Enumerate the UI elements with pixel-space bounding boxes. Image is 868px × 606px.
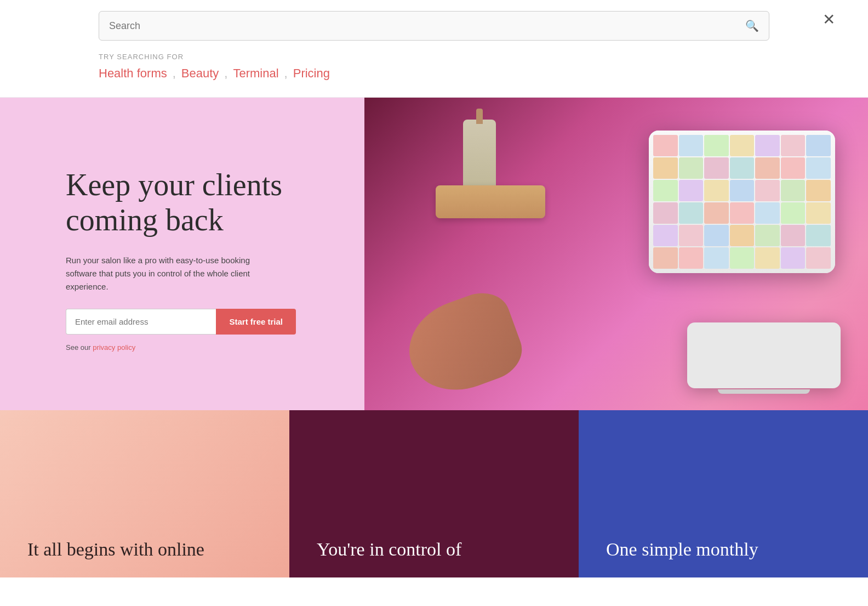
start-trial-button[interactable]: Start free trial bbox=[216, 309, 296, 335]
suggestions-section: TRY SEARCHING FOR Health forms , Beauty … bbox=[99, 53, 769, 81]
pos-terminal bbox=[687, 322, 841, 388]
cal-cell bbox=[730, 157, 755, 179]
privacy-policy-link[interactable]: privacy policy bbox=[93, 343, 135, 352]
dispenser-top bbox=[476, 109, 483, 124]
sep-3: , bbox=[284, 66, 288, 81]
cal-cell bbox=[730, 202, 755, 224]
cal-cell bbox=[653, 180, 678, 201]
cal-cell bbox=[781, 247, 806, 269]
cal-cell bbox=[755, 135, 780, 156]
cal-cell bbox=[781, 135, 806, 156]
cal-cell bbox=[806, 157, 831, 179]
cal-cell bbox=[679, 225, 704, 246]
cal-cell bbox=[730, 225, 755, 246]
cal-cell bbox=[806, 225, 831, 246]
cal-cell bbox=[679, 202, 704, 224]
cal-cell bbox=[806, 135, 831, 156]
bottom-section-control: You're in control of bbox=[289, 410, 579, 577]
suggestions-label: TRY SEARCHING FOR bbox=[99, 53, 769, 61]
bottom-section-online-booking: It all begins with online bbox=[0, 410, 289, 577]
cal-cell bbox=[679, 135, 704, 156]
cal-cell bbox=[781, 157, 806, 179]
cal-cell bbox=[704, 225, 729, 246]
suggestion-beauty[interactable]: Beauty bbox=[181, 66, 219, 81]
cal-cell bbox=[653, 202, 678, 224]
search-icon: 🔍 bbox=[745, 19, 759, 32]
hand-element bbox=[397, 285, 530, 405]
cal-cell bbox=[730, 135, 755, 156]
hero-image bbox=[364, 98, 868, 410]
cal-cell bbox=[781, 180, 806, 201]
cal-cell bbox=[704, 135, 729, 156]
cal-cell bbox=[730, 180, 755, 201]
cal-cell bbox=[679, 247, 704, 269]
hero-form: Start free trial bbox=[66, 309, 296, 335]
cal-cell bbox=[806, 180, 831, 201]
hero-title: Keep your clients coming back bbox=[66, 167, 332, 238]
search-bar: 🔍 bbox=[99, 11, 769, 41]
cal-cell bbox=[806, 247, 831, 269]
hero-section: Keep your clients coming back Run your s… bbox=[0, 98, 868, 410]
cal-cell bbox=[704, 180, 729, 201]
cal-cell bbox=[755, 202, 780, 224]
cal-cell bbox=[653, 225, 678, 246]
bottom-title-pricing: One simple monthly bbox=[606, 539, 758, 561]
hero-right bbox=[364, 98, 868, 410]
cal-cell bbox=[755, 180, 780, 201]
tablet-screen bbox=[649, 131, 835, 273]
suggestion-terminal[interactable]: Terminal bbox=[233, 66, 278, 81]
cal-cell bbox=[755, 225, 780, 246]
cal-cell bbox=[781, 202, 806, 224]
search-overlay: 🔍 ✕ TRY SEARCHING FOR Health forms , Bea… bbox=[0, 0, 868, 98]
sep-2: , bbox=[224, 66, 227, 81]
bottom-section-pricing: One simple monthly bbox=[579, 410, 868, 577]
cal-cell bbox=[679, 157, 704, 179]
cal-cell bbox=[755, 157, 780, 179]
dispenser bbox=[463, 120, 496, 191]
search-input[interactable] bbox=[109, 20, 745, 32]
suggestion-pricing[interactable]: Pricing bbox=[293, 66, 330, 81]
cal-cell bbox=[730, 247, 755, 269]
cal-cell bbox=[704, 157, 729, 179]
suggestion-health-forms[interactable]: Health forms bbox=[99, 66, 167, 81]
bottom-title-online: It all begins with online bbox=[27, 539, 204, 561]
email-input[interactable] bbox=[66, 309, 216, 335]
cal-cell bbox=[781, 225, 806, 246]
cal-cell bbox=[679, 180, 704, 201]
privacy-note: See our privacy policy bbox=[66, 343, 332, 352]
tablet-device bbox=[649, 131, 835, 273]
wood-tray bbox=[436, 185, 545, 218]
cal-cell bbox=[653, 135, 678, 156]
hero-subtitle: Run your salon like a pro with easy-to-u… bbox=[66, 254, 279, 293]
cal-cell bbox=[653, 247, 678, 269]
cal-cell bbox=[755, 247, 780, 269]
close-button[interactable]: ✕ bbox=[823, 12, 835, 27]
hero-left: Keep your clients coming back Run your s… bbox=[0, 98, 364, 410]
cal-cell bbox=[653, 157, 678, 179]
suggestions-links: Health forms , Beauty , Terminal , Prici… bbox=[99, 66, 769, 81]
cal-cell bbox=[806, 202, 831, 224]
cal-cell bbox=[704, 202, 729, 224]
sep-1: , bbox=[173, 66, 176, 81]
bottom-sections: It all begins with online You're in cont… bbox=[0, 410, 868, 577]
bottom-title-control: You're in control of bbox=[317, 539, 461, 561]
cal-cell bbox=[704, 247, 729, 269]
